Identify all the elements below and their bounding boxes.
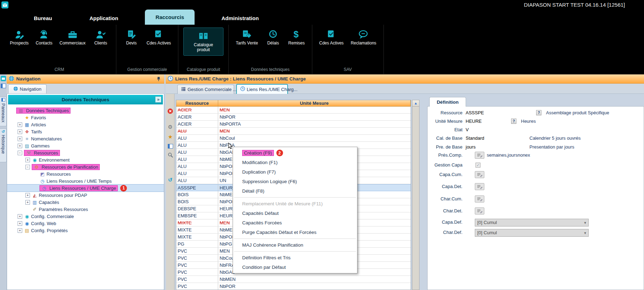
tree-item-config-web[interactable]: +◉Config. Web <box>7 220 164 227</box>
tree-item-donnees-techniques[interactable]: ▦Données Techniques <box>7 107 164 114</box>
pin-icon[interactable] <box>157 77 162 81</box>
context-menu-item-detail-f8[interactable]: Détail (F8) <box>233 186 357 196</box>
tree-item-tarifs[interactable]: +❖Tarifs <box>7 128 164 135</box>
edge-tab-historique[interactable]: ↺Historique <box>0 128 7 162</box>
tree-item-ressources[interactable]: −⚒Ressources <box>7 149 164 156</box>
tree-item-capacites[interactable]: +▥Capacités <box>7 199 164 206</box>
edge-tab-panneaux[interactable]: Panneaux <box>0 97 7 126</box>
expand-icon[interactable]: + <box>18 144 22 148</box>
collapse-panel-button[interactable]: » <box>155 96 161 103</box>
context-menu-item-condition-par-defaut[interactable]: Condition par Défaut <box>233 262 357 272</box>
ribbon-button-remises[interactable]: $Remises <box>285 28 308 47</box>
menu-tab-application[interactable]: Application <box>79 12 129 25</box>
expand-icon[interactable]: + <box>25 200 30 205</box>
tree-item-liens-ressources-ume-temps[interactable]: ◷Liens Ressources / UME Temps <box>7 177 164 185</box>
ribbon-button-cdes-actives[interactable]: Cdes Actives <box>143 28 174 47</box>
ribbon-button-prospects[interactable]: Prospects <box>6 28 32 47</box>
grid-pen-icon-button[interactable] <box>475 152 484 159</box>
ribbon-button-catalogue-produit[interactable]: Catalogue produit <box>183 28 223 56</box>
document-tab-liens-res-ume-charg[interactable]: Liens Res./UME Charg... <box>236 84 288 94</box>
favorite-icon[interactable]: ★ <box>167 134 173 140</box>
cell-ressource: MIXTE <box>176 234 218 240</box>
tree-item-liens-ressources-ume-charge[interactable]: ◷Liens Ressources / UME Charge1 <box>7 185 164 192</box>
ribbon-button-tarifs-vente[interactable]: Tarifs Vente <box>232 28 262 47</box>
tree-item-gammes[interactable]: +▨Gammes <box>7 142 164 149</box>
expand-icon[interactable]: + <box>25 193 30 198</box>
grid-pen-icon-button[interactable] <box>475 183 484 190</box>
tree-item-favoris[interactable]: ★Favoris <box>7 114 164 121</box>
tab-definition[interactable]: Définition <box>429 97 466 107</box>
tree-item-environnement[interactable]: +◉Environnement <box>7 156 164 163</box>
context-menu-item-capacites-forcees[interactable]: Capacités Forcées <box>233 218 357 228</box>
context-menu-item-modification-f1[interactable]: Modification (F1) <box>233 158 357 167</box>
tree-item-articles[interactable]: +▦Articles <box>7 121 164 128</box>
help-button[interactable]: ? <box>511 119 516 124</box>
table-row[interactable]: ACIERMEN <box>176 107 411 114</box>
context-menu-item-creation-f9[interactable]: Création (F9)2 <box>233 148 357 158</box>
app-mini-icon[interactable] <box>1 76 6 82</box>
tree-item-ressources[interactable]: ◩Ressources <box>7 170 164 177</box>
expand-icon[interactable]: + <box>18 214 22 219</box>
char-def-select[interactable]: [0] Cumul▾ <box>475 229 589 237</box>
menu-tab-administration[interactable]: Administration <box>211 12 269 25</box>
expand-icon[interactable]: + <box>18 228 22 233</box>
tree-item-nomenclatures[interactable]: +≡Nomenclatures <box>7 135 164 142</box>
context-menu-item-duplication-f7[interactable]: Duplication (F7) <box>233 167 357 177</box>
context-menu: Création (F9)2Modification (F1)Duplicati… <box>233 147 357 273</box>
context-menu-item-capacites-defaut[interactable]: Capacités Défaut <box>233 209 357 218</box>
table-row[interactable]: ALUNbCoul <box>176 135 411 142</box>
table-row[interactable]: ACIERNbPOR <box>176 114 411 121</box>
scroll-up-button[interactable]: ▲ <box>412 100 419 107</box>
context-menu-item-purge-capacites-defaut-et-forcees[interactable]: Purge Capacités Défaut et Forcées <box>233 228 357 237</box>
ribbon-button-delais[interactable]: Délais <box>262 28 285 47</box>
collapse-icon[interactable]: − <box>18 151 22 155</box>
grid-pen-icon-button[interactable] <box>475 171 484 178</box>
search-icon[interactable] <box>167 152 173 158</box>
menu-tab-bureau[interactable]: Bureau <box>23 12 63 25</box>
tree-item-ressources-pour-pdap[interactable]: +◭Ressources pour PDAP <box>7 192 164 199</box>
tab-navigation[interactable]: Navigation <box>8 84 47 93</box>
panel-icon[interactable] <box>167 143 173 149</box>
expand-icon[interactable]: + <box>18 221 22 226</box>
collapse-icon[interactable]: − <box>25 165 30 169</box>
annotation-step-2: 2 <box>276 150 283 156</box>
context-menu-item-suppression-logique-f6[interactable]: Suppression Logique (F6) <box>233 177 357 186</box>
ribbon-button-reclamations[interactable]: Reclamations <box>347 28 380 47</box>
expand-icon[interactable]: + <box>18 122 22 127</box>
expand-icon[interactable]: + <box>18 137 22 141</box>
ribbon-button-clients[interactable]: Clients <box>89 28 112 47</box>
close-icon[interactable] <box>167 108 173 114</box>
document-tab-gestion-commerciale[interactable]: Gestion Commerciale ... <box>177 85 234 94</box>
field-label: Gestion Capa <box>428 162 462 169</box>
expand-icon[interactable]: + <box>18 129 22 134</box>
table-row[interactable]: ACIERNbPORTA <box>176 121 411 128</box>
tree-item-config-commerciale[interactable]: +◉Config. Commerciale <box>7 213 164 220</box>
table-scrollbar[interactable]: ▲ <box>412 100 419 290</box>
ribbon-button-contacts[interactable]: Contacts <box>32 28 56 47</box>
context-menu-item-definition-filtres-et-tris[interactable]: Définition Filtres et Tris <box>233 253 357 262</box>
column-header-ressource[interactable]: Ressource <box>176 100 218 107</box>
gestion-capa-checkbox[interactable]: ✓ <box>476 163 480 168</box>
history-icon[interactable]: ↺ <box>167 177 173 183</box>
capa-def-select[interactable]: [0] Cumul▾ <box>475 219 589 226</box>
menu-tab-raccourcis[interactable]: Raccourcis <box>145 10 195 25</box>
tree-item-config-proprietes[interactable]: +▤Config. Propriétés <box>7 227 164 234</box>
ribbon-button-devis[interactable]: Devis <box>120 28 143 47</box>
tree-item-parametres-ressources[interactable]: ✐Paramètres Ressources <box>7 206 164 213</box>
ribbon-button-commerciaux[interactable]: Commerciaux <box>56 28 89 47</box>
table-row[interactable]: PVCNbPOR <box>176 283 411 290</box>
column-header-unite-mesure[interactable]: Unité Mesure <box>218 100 411 107</box>
table-row[interactable]: ALUMEN <box>176 128 411 135</box>
nomenclatures-icon: ≡ <box>24 137 30 141</box>
tree-item-ressources-de-planification[interactable]: −⚙Ressources de Planification <box>7 163 164 170</box>
expand-icon[interactable]: + <box>25 158 30 162</box>
table-row[interactable]: PVCNbMEN <box>176 276 411 283</box>
panel-mini-icon[interactable] <box>1 84 6 89</box>
ribbon-button-cdes-actives[interactable]: Cdes Actives <box>316 28 347 47</box>
help-button[interactable]: ? <box>536 110 541 115</box>
tree-item-label: Config. Commerciale <box>31 214 74 219</box>
context-menu-item-maj-coherence-planification[interactable]: MAJ Cohérence Planification <box>233 240 357 250</box>
grid-pen-icon-button[interactable] <box>475 195 484 203</box>
grid-pen-icon-button[interactable] <box>475 207 484 215</box>
settings-icon[interactable]: ⚙ <box>167 124 173 130</box>
